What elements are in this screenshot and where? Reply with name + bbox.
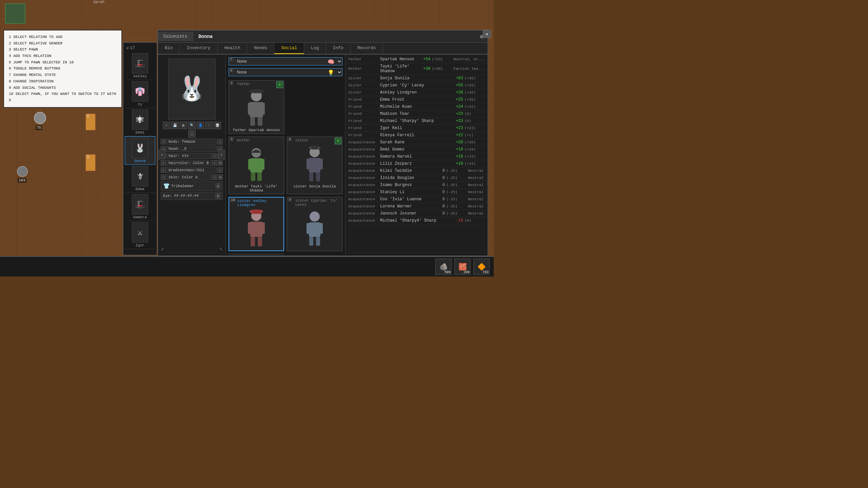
- upload-icon[interactable]: ⬆: [163, 122, 170, 129]
- colonist-item-gamora[interactable]: 🎩 Gamora: [125, 193, 155, 221]
- attr-gradient-prev[interactable]: ‹: [161, 167, 166, 173]
- close-button[interactable]: ✕: [483, 30, 491, 38]
- char-prev-button[interactable]: ‹: [159, 150, 165, 159]
- social-status: Neutral: [468, 204, 485, 208]
- social-row[interactable]: AcquaintanceLiliz Zezparz+10(+24): [346, 160, 488, 167]
- colonist-name-donna: Donna: [134, 159, 145, 163]
- tab-bio[interactable]: Bio: [158, 43, 180, 54]
- attr-skin-prev[interactable]: ‹: [161, 175, 166, 180]
- attr-skin-random[interactable]: ⚄: [218, 175, 223, 180]
- social-row[interactable]: SisterSonja Dunila+63(+36): [346, 75, 488, 82]
- social-relation-label: Acquaintance: [348, 211, 379, 216]
- colonist-avatar-demi: 🕷: [132, 109, 148, 130]
- social-row[interactable]: AcquaintanceKilei Twiddle0(-25)Neutral: [346, 167, 488, 175]
- social-row[interactable]: AcquaintanceIsamu Burgess0(-25)Neutral: [346, 182, 488, 189]
- social-row[interactable]: SisterCyprian 'Cy' Lacey+55(+53): [346, 82, 488, 89]
- father-add-btn[interactable]: +: [276, 81, 283, 88]
- social-row[interactable]: SisterAshley Lindgren+38(+16): [346, 89, 488, 96]
- tab-health[interactable]: Health: [218, 43, 248, 54]
- instruction-line-2: 2 SELECT RELATIVE GENDER: [9, 40, 117, 47]
- social-sub-score: (0): [465, 219, 485, 223]
- attr-haircolor-next[interactable]: ›: [212, 160, 217, 166]
- save-icon[interactable]: 💾: [171, 122, 179, 129]
- nav-tabs: Bio Inventory Health Needs Social Log In…: [158, 43, 488, 55]
- social-person-name: Liliz Zezparz: [380, 161, 448, 166]
- social-row[interactable]: FriendMichael 'Sharpy' Sharp+23(0): [346, 118, 488, 125]
- social-score: -10: [450, 218, 463, 223]
- compress-icon[interactable]: ⤡: [219, 246, 223, 252]
- social-row[interactable]: FriendEmma Frost+25(+25): [346, 96, 488, 103]
- tab-social[interactable]: Social: [274, 43, 304, 54]
- social-row[interactable]: AcquaintanceIzolda Douglas0(-25)Neutral: [346, 175, 488, 182]
- colonist-item-emma[interactable]: 🗡 Emma: [125, 165, 155, 193]
- social-row[interactable]: FatherSpartak Henson+54(+53)Neutral, Ar.…: [346, 56, 488, 63]
- social-row[interactable]: FriendOlesya Farrell+22(+1): [346, 132, 488, 139]
- tab-records[interactable]: Records: [351, 43, 383, 54]
- social-score: +25: [450, 97, 463, 102]
- resource-rock-1: [34, 112, 46, 124]
- skull-icon[interactable]: 💀: [214, 122, 221, 129]
- social-row[interactable]: FriendMichelle Kuan+24(+22): [346, 103, 488, 110]
- social-score: +23: [450, 126, 463, 130]
- social-row[interactable]: AcquaintanceStanley Li0(-25)Neutral: [346, 189, 488, 196]
- tab-needs[interactable]: Needs: [247, 43, 274, 54]
- mother-char: [230, 144, 282, 184]
- attr-body-next[interactable]: ›: [217, 139, 223, 144]
- colonist-item-igor[interactable]: ⚔ Igor: [125, 221, 155, 249]
- social-person-name: Cyprian 'Cy' Lacey: [380, 83, 448, 88]
- social-row[interactable]: AcquaintanceCox 'Ivia' Luanne0(-25)Neutr…: [346, 196, 488, 203]
- colonist-item-demi[interactable]: 🕷 Demi: [125, 108, 155, 136]
- social-row[interactable]: AcquaintanceDemi Gomez+19(+24): [346, 146, 488, 153]
- rel-select-8[interactable]: None: [229, 68, 342, 76]
- attr-body-prev[interactable]: ‹: [161, 139, 166, 144]
- attr-gradient-next[interactable]: ›: [217, 167, 223, 173]
- colonist-item-donna[interactable]: 🐰 Donna: [125, 136, 155, 165]
- tab-info[interactable]: Info: [326, 43, 351, 54]
- inv-item-brick[interactable]: 🧱 290: [454, 259, 471, 275]
- search-icon[interactable]: 🔍: [188, 122, 196, 129]
- social-row[interactable]: AcquaintanceJanosch Jossner0(-25)Neutral: [346, 210, 488, 217]
- arrow-icon[interactable]: ↑: [205, 122, 213, 129]
- attr-skin-next[interactable]: ›: [212, 175, 217, 180]
- pattern-icon[interactable]: ▦: [180, 122, 187, 129]
- sister-sonja-add-btn[interactable]: +: [335, 138, 341, 144]
- attr-head-label: head: _5: [167, 146, 217, 152]
- expand-icon[interactable]: ⤢: [161, 246, 164, 252]
- social-score: 0: [431, 211, 445, 216]
- attr-eye-random[interactable]: ⚄: [216, 193, 220, 199]
- instruction-line-7: 7 CHANGE MENTAL STATE: [9, 72, 117, 78]
- attr-hair-next[interactable]: ›: [212, 153, 217, 159]
- social-row[interactable]: AcquaintanceMichael 'Sharpy4' Sharp-10(0…: [346, 217, 488, 224]
- svg-rect-4: [250, 117, 255, 126]
- social-row[interactable]: FriendIgor Keil+23(+23): [346, 125, 488, 132]
- colonist-item-cy[interactable]: 👘 Cy: [125, 80, 155, 108]
- colonists-tab[interactable]: Colonists: [158, 32, 193, 41]
- tab-log[interactable]: Log: [304, 43, 326, 54]
- social-row[interactable]: AcquaintanceSarah Kane+20(+20): [346, 139, 488, 146]
- attr-haircolor-prev[interactable]: ‹: [161, 160, 166, 166]
- social-row[interactable]: AcquaintanceGamora Harvel+18(+23): [346, 153, 488, 160]
- inv-item-amber[interactable]: 🔶 783: [473, 259, 490, 275]
- svg-rect-7: [252, 90, 260, 93]
- social-row[interactable]: AcquaintanceLorena Warner0(-25)Neutral: [346, 203, 488, 210]
- attr-haircolor-random[interactable]: ⚄: [218, 160, 223, 166]
- amber-count: 783: [482, 270, 489, 274]
- social-row[interactable]: FriendMadison Tear+23(0): [346, 110, 488, 118]
- tab-inventory[interactable]: Inventory: [180, 43, 217, 54]
- inv-item-rock[interactable]: 🪨 509: [435, 259, 452, 275]
- attr-outfit-random[interactable]: ⚄: [216, 183, 220, 189]
- social-score: +38: [450, 90, 463, 95]
- rel-badge-7: 7: [229, 58, 233, 62]
- rock-icon: 🪨: [439, 263, 448, 271]
- person-icon[interactable]: 👤: [197, 122, 204, 129]
- social-person-name: Tayki 'Life' Shadow: [380, 64, 416, 74]
- social-row[interactable]: MotherTayki 'Life' Shadow+30(+30)Faction…: [346, 63, 488, 75]
- colonist-item-ashley[interactable]: 🎩 Ashley: [125, 52, 155, 80]
- rel-select-7[interactable]: None: [229, 57, 342, 65]
- social-sub-score: (+22): [465, 105, 485, 109]
- social-status: Neutral: [468, 183, 485, 187]
- char-next-button[interactable]: ›: [218, 150, 225, 159]
- instruction-line-8: 8 CHANGE INSPIRATION: [9, 78, 117, 85]
- headphone-icon[interactable]: 🎧: [188, 130, 196, 138]
- sister-ashley-role-label: sister Ashley Lindgren: [231, 199, 282, 207]
